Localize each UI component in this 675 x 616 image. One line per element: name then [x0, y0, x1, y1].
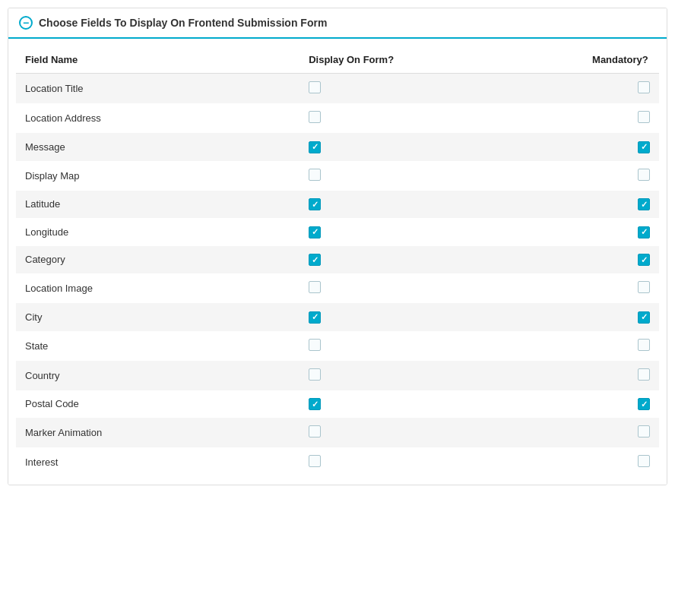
mandatory-checkbox[interactable]	[638, 111, 650, 123]
display-checkbox-cell	[299, 390, 583, 419]
table-row: Location Image	[16, 273, 659, 303]
field-name-cell: Latitude	[16, 191, 299, 219]
mandatory-checkbox[interactable]	[638, 254, 650, 266]
col-field-name: Field Name	[16, 46, 299, 74]
mandatory-checkbox[interactable]	[638, 169, 650, 181]
display-checkbox-cell	[299, 303, 583, 331]
field-name-cell: Longitude	[16, 218, 299, 246]
mandatory-checkbox[interactable]	[638, 281, 650, 293]
display-checkbox[interactable]	[309, 169, 321, 181]
mandatory-checkbox-cell	[583, 218, 659, 246]
display-checkbox-cell	[299, 218, 583, 246]
display-checkbox[interactable]	[309, 226, 321, 239]
display-checkbox[interactable]	[309, 254, 321, 266]
mandatory-checkbox-cell	[583, 133, 659, 161]
display-checkbox[interactable]	[309, 281, 321, 293]
mandatory-checkbox[interactable]	[638, 141, 650, 153]
field-name-cell: Display Map	[16, 161, 299, 191]
mandatory-checkbox[interactable]	[638, 398, 650, 410]
mandatory-checkbox-cell	[583, 303, 659, 331]
display-checkbox-cell	[299, 331, 583, 361]
display-checkbox-cell	[299, 74, 583, 104]
display-checkbox-cell	[299, 133, 583, 161]
field-name-cell: State	[16, 331, 299, 361]
display-checkbox[interactable]	[309, 425, 321, 438]
field-name-cell: Location Image	[16, 273, 299, 303]
table-row: Message	[16, 133, 659, 161]
table-row: Marker Animation	[16, 418, 659, 447]
display-checkbox[interactable]	[309, 455, 321, 467]
mandatory-checkbox[interactable]	[638, 198, 650, 210]
table-row: Interest	[16, 447, 659, 477]
mandatory-checkbox-cell	[583, 246, 659, 274]
display-checkbox[interactable]	[309, 141, 321, 153]
display-checkbox[interactable]	[309, 111, 321, 123]
display-checkbox[interactable]	[309, 339, 321, 351]
table-row: Country	[16, 361, 659, 390]
col-display-on-form: Display On Form?	[299, 46, 583, 74]
table-row: City	[16, 303, 659, 331]
panel-title: Choose Fields To Display On Frontend Sub…	[39, 17, 327, 29]
table-row: State	[16, 331, 659, 361]
display-checkbox[interactable]	[309, 198, 321, 210]
mandatory-checkbox[interactable]	[638, 368, 650, 381]
mandatory-checkbox-cell	[583, 447, 659, 477]
collapse-icon[interactable]: −	[19, 16, 33, 30]
col-mandatory: Mandatory?	[583, 46, 659, 74]
mandatory-checkbox-cell	[583, 161, 659, 191]
table-container: Field Name Display On Form? Mandatory? L…	[8, 39, 667, 485]
table-row: Location Address	[16, 103, 659, 133]
display-checkbox-cell	[299, 418, 583, 447]
display-checkbox[interactable]	[309, 368, 321, 381]
display-checkbox-cell	[299, 161, 583, 191]
display-checkbox-cell	[299, 447, 583, 477]
field-name-cell: Category	[16, 246, 299, 274]
field-name-cell: Marker Animation	[16, 418, 299, 447]
display-checkbox-cell	[299, 103, 583, 133]
table-row: Longitude	[16, 218, 659, 246]
mandatory-checkbox[interactable]	[638, 226, 650, 239]
table-row: Location Title	[16, 74, 659, 104]
mandatory-checkbox-cell	[583, 361, 659, 390]
fields-table: Field Name Display On Form? Mandatory? L…	[16, 46, 659, 477]
field-name-cell: Location Title	[16, 74, 299, 104]
display-checkbox-cell	[299, 361, 583, 390]
field-name-cell: Location Address	[16, 103, 299, 133]
mandatory-checkbox-cell	[583, 74, 659, 104]
table-row: Display Map	[16, 161, 659, 191]
mandatory-checkbox-cell	[583, 331, 659, 361]
display-checkbox-cell	[299, 246, 583, 274]
mandatory-checkbox-cell	[583, 418, 659, 447]
mandatory-checkbox[interactable]	[638, 455, 650, 467]
mandatory-checkbox[interactable]	[638, 81, 650, 93]
mandatory-checkbox[interactable]	[638, 311, 650, 324]
display-checkbox-cell	[299, 273, 583, 303]
field-name-cell: Interest	[16, 447, 299, 477]
panel-header: − Choose Fields To Display On Frontend S…	[8, 8, 667, 39]
table-header-row: Field Name Display On Form? Mandatory?	[16, 46, 659, 74]
display-checkbox-cell	[299, 191, 583, 219]
mandatory-checkbox[interactable]	[638, 339, 650, 351]
display-checkbox[interactable]	[309, 81, 321, 93]
display-checkbox[interactable]	[309, 398, 321, 410]
fields-panel: − Choose Fields To Display On Frontend S…	[8, 8, 667, 485]
table-row: Postal Code	[16, 390, 659, 419]
field-name-cell: Country	[16, 361, 299, 390]
table-row: Category	[16, 246, 659, 274]
mandatory-checkbox-cell	[583, 390, 659, 419]
display-checkbox[interactable]	[309, 311, 321, 324]
mandatory-checkbox[interactable]	[638, 425, 650, 438]
mandatory-checkbox-cell	[583, 191, 659, 219]
table-row: Latitude	[16, 191, 659, 219]
mandatory-checkbox-cell	[583, 103, 659, 133]
field-name-cell: Message	[16, 133, 299, 161]
field-name-cell: Postal Code	[16, 390, 299, 419]
mandatory-checkbox-cell	[583, 273, 659, 303]
field-name-cell: City	[16, 303, 299, 331]
